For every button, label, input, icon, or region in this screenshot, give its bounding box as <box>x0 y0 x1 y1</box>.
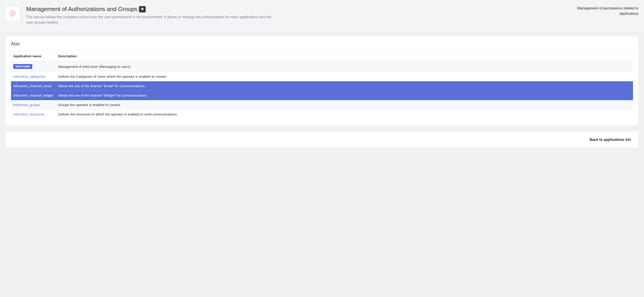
header-left: Management of Authorizations and Groups … <box>26 6 569 25</box>
table-row[interactable]: INFOCOMMManagement of InfoComm (Messagin… <box>11 61 633 72</box>
applications-card: App: Application name Description INFOCO… <box>6 36 638 126</box>
col-header-description: Description <box>56 51 633 61</box>
header-title-row: Management of Authorizations and Groups <box>26 6 569 13</box>
cell-app-name: infocomm_channel_widget <box>11 91 56 100</box>
cell-description: Management of InfoComm (Messaging to use… <box>56 61 633 72</box>
card-body: Application name Description INFOCOMMMan… <box>6 51 638 126</box>
svg-point-1 <box>12 12 13 14</box>
table-row[interactable]: infocomm_categoriesDefines the Categorie… <box>11 72 633 81</box>
cell-description: Allows the use of the channel "Widget" f… <box>56 91 633 100</box>
page-header: Management of Authorizations and Groups … <box>0 0 644 31</box>
table-row[interactable]: infocomm_channel_emailAllows the use of … <box>11 81 633 91</box>
back-to-applications-link[interactable]: Back to applications list <box>590 138 631 142</box>
app-badge[interactable]: INFOCOMM <box>13 64 32 69</box>
header-right-text: Management of permissions related to app… <box>573 6 638 17</box>
table-row[interactable]: infocomm_groupsGroups the operator is en… <box>11 100 633 110</box>
footer-card: Back to applications list <box>6 131 638 148</box>
app-link[interactable]: infocomm_structures <box>13 112 44 116</box>
cell-description: Allows the use of the channel "Email" fo… <box>56 81 633 91</box>
key-icon <box>9 10 16 18</box>
applications-table: Application name Description INFOCOMMMan… <box>11 51 633 119</box>
cell-app-name: infocomm_structures <box>11 110 56 119</box>
app-link[interactable]: infocomm_categories <box>13 75 45 78</box>
cell-app-name: infocomm_groups <box>11 100 56 110</box>
app-link[interactable]: infocomm_groups <box>13 103 40 107</box>
cell-description: Defines the structures to which the oper… <box>56 110 633 119</box>
table-row[interactable]: infocomm_channel_widgetAllows the use of… <box>11 91 633 100</box>
favorite-button[interactable] <box>139 6 146 12</box>
app-name-text: infocomm_channel_widget <box>13 94 53 97</box>
content-area: App: Application name Description INFOCO… <box>0 31 644 154</box>
table-row[interactable]: infocomm_structuresDefines the structure… <box>11 110 633 119</box>
cell-app-name: infocomm_channel_email <box>11 81 56 91</box>
card-title: App: <box>6 36 638 51</box>
app-icon-box <box>6 7 20 21</box>
page-description: The service allows the complete control … <box>26 14 273 25</box>
cell-app-name: INFOCOMM <box>11 61 56 72</box>
col-header-name: Application name <box>11 51 56 61</box>
cell-app-name: infocomm_categories <box>11 72 56 81</box>
star-icon <box>140 7 144 12</box>
cell-description: Defines the Categories of Users which th… <box>56 72 633 81</box>
page-title: Management of Authorizations and Groups <box>26 6 137 13</box>
app-name-text: infocomm_channel_email <box>13 84 52 88</box>
cell-description: Groups the operator is enabled to contac… <box>56 100 633 110</box>
